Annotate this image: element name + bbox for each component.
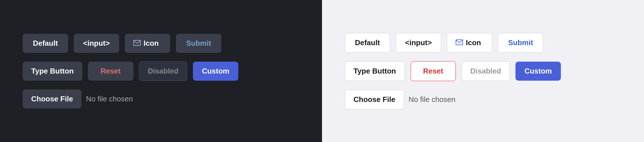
dark-choose-file-button[interactable]: Choose File bbox=[23, 89, 81, 108]
light-submit-button[interactable]: Submit bbox=[498, 33, 543, 53]
light-choose-file-button[interactable]: Choose File bbox=[345, 90, 404, 109]
light-icon-button[interactable]: Icon bbox=[447, 33, 492, 53]
light-row-2: Type Button Reset Disabled Custom bbox=[345, 61, 561, 81]
light-default-button[interactable]: Default bbox=[345, 33, 390, 53]
dark-custom-button[interactable]: Custom bbox=[193, 62, 238, 81]
dark-row-1: Default <input> Icon Submit bbox=[23, 34, 221, 53]
dark-reset-button[interactable]: Reset bbox=[88, 62, 133, 81]
envelope-icon bbox=[456, 38, 463, 47]
dark-type-button-button[interactable]: Type Button bbox=[23, 62, 82, 81]
light-custom-button[interactable]: Custom bbox=[515, 62, 561, 81]
dark-disabled-button: Disabled bbox=[139, 61, 187, 81]
light-reset-button[interactable]: Reset bbox=[411, 61, 456, 81]
light-file-row: Choose File No file chosen bbox=[345, 90, 455, 109]
light-input-button[interactable]: <input> bbox=[396, 33, 441, 53]
dark-input-button[interactable]: <input> bbox=[74, 34, 119, 53]
light-type-button-button[interactable]: Type Button bbox=[345, 61, 405, 81]
dark-icon-button-label: Icon bbox=[144, 39, 159, 48]
dark-panel: Default <input> Icon Submit Type Button … bbox=[0, 0, 322, 142]
dark-icon-button[interactable]: Icon bbox=[125, 34, 170, 53]
light-disabled-button: Disabled bbox=[462, 61, 510, 81]
light-no-file-label: No file chosen bbox=[409, 95, 455, 104]
light-panel: Default <input> Icon Submit Type Button … bbox=[322, 0, 644, 142]
light-row-1: Default <input> Icon Submit bbox=[345, 33, 543, 53]
dark-submit-button[interactable]: Submit bbox=[176, 34, 221, 53]
envelope-icon bbox=[133, 39, 141, 48]
dark-no-file-label: No file chosen bbox=[86, 95, 133, 103]
light-icon-button-label: Icon bbox=[466, 38, 481, 47]
dark-file-row: Choose File No file chosen bbox=[23, 89, 133, 108]
dark-default-button[interactable]: Default bbox=[23, 34, 68, 53]
dark-row-2: Type Button Reset Disabled Custom bbox=[23, 61, 238, 81]
